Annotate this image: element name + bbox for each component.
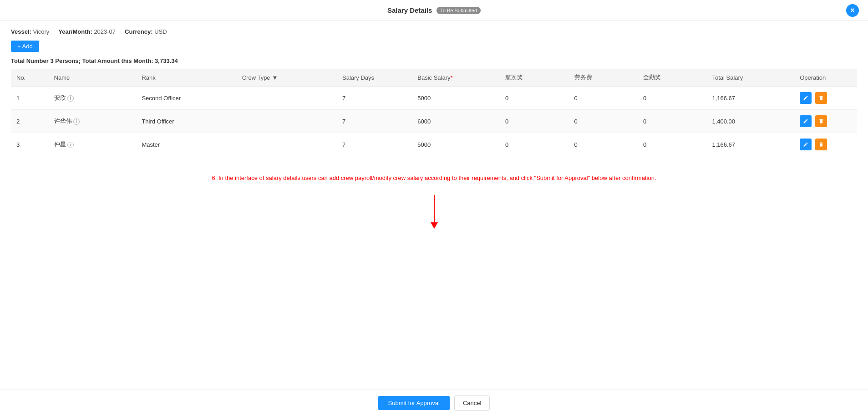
cell-col3: 0 — [638, 110, 706, 133]
edit-button[interactable] — [800, 139, 812, 150]
cell-rank: Master — [136, 133, 236, 156]
status-badge: To Be Submitted — [437, 7, 481, 14]
table-row: 2许华伟iThird Officer760000001,400.00 — [11, 110, 857, 133]
col-header-operation: Operation — [794, 69, 857, 87]
add-button[interactable]: + Add — [11, 41, 39, 52]
cell-basicsalary: 5000 — [412, 133, 500, 156]
cell-col2: 0 — [569, 133, 638, 156]
cell-crewtype — [237, 110, 337, 133]
currency-value: USD — [154, 28, 167, 35]
cell-no: 2 — [11, 110, 49, 133]
cell-rank: Third Officer — [136, 110, 236, 133]
info-icon[interactable]: i — [67, 95, 74, 102]
col-header-totalsalary: Total Salary — [706, 69, 794, 87]
delete-button[interactable] — [815, 139, 827, 150]
table-row: 3仲星iMaster750000001,166.67 — [11, 133, 857, 156]
cell-no: 3 — [11, 133, 49, 156]
cell-salarydays: 7 — [337, 87, 412, 110]
col-header-rank: Rank — [136, 69, 236, 87]
cell-basicsalary: 5000 — [412, 87, 500, 110]
modal-body: Vessel: Vicory Year/Month: 2023-07 Curre… — [0, 21, 868, 390]
cell-totalsalary: 1,166.67 — [706, 133, 794, 156]
col-header-basicsalary: Basic Salary* — [412, 69, 500, 87]
cell-name: 许华伟i — [49, 110, 137, 133]
cell-col1: 0 — [500, 87, 569, 110]
submit-for-approval-button[interactable]: Submit for Approval — [378, 396, 450, 410]
edit-button[interactable] — [800, 115, 812, 127]
edit-button[interactable] — [800, 92, 812, 104]
year-month-label: Year/Month: 2023-07 — [58, 28, 116, 35]
cell-col3: 0 — [638, 133, 706, 156]
cell-basicsalary: 6000 — [412, 110, 500, 133]
currency-label: Currency: USD — [125, 28, 167, 35]
crew-name: 安欣 — [54, 94, 66, 101]
cell-salarydays: 7 — [337, 110, 412, 133]
col-header-no: No. — [11, 69, 49, 87]
cell-totalsalary: 1,166.67 — [706, 87, 794, 110]
cell-salarydays: 7 — [337, 133, 412, 156]
meta-info: Vessel: Vicory Year/Month: 2023-07 Curre… — [11, 28, 857, 35]
col-header-laowufei: 劳务费 — [569, 69, 638, 87]
cell-no: 1 — [11, 87, 49, 110]
crewtype-dropdown-icon[interactable]: ▼ — [272, 74, 278, 81]
cell-totalsalary: 1,400.00 — [706, 110, 794, 133]
cell-name: 仲星i — [49, 133, 137, 156]
hint-section: 6. In the interface of salary details,us… — [11, 175, 857, 181]
col-header-crewtype: Crew Type ▼ — [237, 69, 337, 87]
cell-crewtype — [237, 133, 337, 156]
cell-rank: Second Officer — [136, 87, 236, 110]
cell-name: 安欣i — [49, 87, 137, 110]
modal-title: Salary Details — [387, 6, 432, 14]
vessel-value: Vicory — [33, 28, 49, 35]
cancel-button[interactable]: Cancel — [454, 395, 490, 411]
cell-col1: 0 — [500, 133, 569, 156]
crew-name: 许华伟 — [54, 118, 72, 124]
cell-col2: 0 — [569, 110, 638, 133]
info-icon[interactable]: i — [67, 142, 74, 148]
arrow-line — [434, 195, 435, 222]
table-row: 1安欣iSecond Officer750000001,166.67 — [11, 87, 857, 110]
crew-name: 仲星 — [54, 141, 66, 148]
modal-header: Salary Details To Be Submitted × — [0, 0, 868, 21]
info-icon[interactable]: i — [73, 118, 80, 125]
delete-button[interactable] — [815, 92, 827, 104]
table-header-row: No. Name Rank Crew Type ▼ Salary Days Ba… — [11, 69, 857, 87]
hint-text: 6. In the interface of salary details,us… — [11, 175, 857, 181]
modal-footer: Submit for Approval Cancel — [0, 390, 868, 416]
close-button[interactable]: × — [846, 4, 859, 17]
col-header-hangcijian: 航次奖 — [500, 69, 569, 87]
year-month-value: 2023-07 — [94, 28, 116, 35]
col-header-name: Name — [49, 69, 137, 87]
cell-crewtype — [237, 87, 337, 110]
col-header-salarydays: Salary Days — [337, 69, 412, 87]
salary-details-modal: Salary Details To Be Submitted × Vessel:… — [0, 0, 868, 416]
cell-col3: 0 — [638, 87, 706, 110]
cell-operation — [794, 133, 857, 156]
col-header-quanqinjian: 全勤奖 — [638, 69, 706, 87]
delete-button[interactable] — [815, 115, 827, 127]
summary-text: Total Number 3 Persons; Total Amount thi… — [11, 57, 857, 64]
cell-col2: 0 — [569, 87, 638, 110]
vessel-label: Vessel: Vicory — [11, 28, 49, 35]
cell-col1: 0 — [500, 110, 569, 133]
arrow-section — [11, 195, 857, 229]
arrow-head — [431, 222, 438, 229]
cell-operation — [794, 87, 857, 110]
salary-table: No. Name Rank Crew Type ▼ Salary Days Ba… — [11, 69, 857, 156]
cell-operation — [794, 110, 857, 133]
